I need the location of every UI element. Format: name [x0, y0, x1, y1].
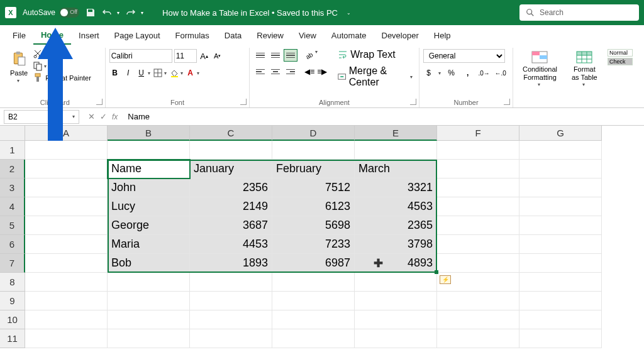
row-header-10[interactable]: 10 [0, 310, 25, 329]
row-header-1[interactable]: 1 [0, 141, 25, 160]
orientation-button[interactable]: ab [304, 49, 315, 62]
cell-E6[interactable]: 3798 [355, 235, 437, 254]
col-header-B[interactable]: B [108, 126, 190, 141]
cell-C5[interactable]: 3687 [190, 216, 272, 235]
cell-E5[interactable]: 2365 [355, 216, 437, 235]
cell-B11[interactable] [108, 329, 190, 348]
save-icon[interactable] [86, 8, 96, 18]
tab-data[interactable]: Data [217, 27, 249, 44]
cell-C7[interactable]: 1893 [190, 254, 272, 273]
spreadsheet-grid[interactable]: ABCDEFG 12NameJanuaryFebruaryMarch3John2… [0, 126, 644, 348]
cell-F5[interactable] [437, 216, 519, 235]
tab-developer[interactable]: Developer [374, 27, 426, 44]
cell-G3[interactable] [519, 178, 602, 197]
font-color-button[interactable]: A [185, 67, 196, 79]
cell-G2[interactable] [519, 160, 602, 178]
cell-E9[interactable] [355, 292, 437, 310]
cut-button[interactable]: Cut [33, 49, 91, 59]
cell-D10[interactable] [272, 310, 355, 329]
cell-G11[interactable] [519, 329, 602, 348]
row-header-11[interactable]: 11 [0, 329, 25, 348]
decrease-indent-icon[interactable]: ◀≡ [304, 65, 315, 78]
cell-style-normal[interactable]: Normal [608, 49, 633, 57]
cell-E1[interactable] [355, 141, 437, 160]
name-box[interactable]: B2 ▾ [4, 110, 79, 124]
fill-color-button[interactable] [169, 67, 180, 79]
redo-icon[interactable] [126, 8, 136, 18]
decrease-decimal-icon[interactable]: ←.0 [495, 67, 506, 79]
col-header-E[interactable]: E [355, 126, 437, 141]
percent-format-button[interactable]: % [446, 67, 457, 79]
cell-A2[interactable] [25, 160, 108, 178]
cell-F1[interactable] [437, 141, 519, 160]
bold-button[interactable]: B [109, 67, 121, 79]
increase-decimal-icon[interactable]: .0→ [479, 67, 490, 79]
copy-button[interactable]: ▾ [33, 61, 91, 71]
cell-G5[interactable] [519, 216, 602, 235]
cell-D9[interactable] [272, 292, 355, 310]
row-header-9[interactable]: 9 [0, 292, 25, 310]
number-format-select[interactable]: General [423, 49, 505, 63]
accept-formula-icon[interactable]: ✓ [100, 112, 107, 121]
cell-A5[interactable] [25, 216, 108, 235]
number-launcher-icon[interactable] [504, 99, 510, 105]
cell-G9[interactable] [519, 292, 602, 310]
font-name-select[interactable] [109, 49, 172, 63]
decrease-font-icon[interactable]: A▾ [212, 50, 223, 62]
cell-E10[interactable] [355, 310, 437, 329]
cell-G4[interactable] [519, 197, 602, 216]
cell-C6[interactable]: 4453 [190, 235, 272, 254]
select-all-corner[interactable] [0, 126, 25, 141]
cell-F4[interactable] [437, 197, 519, 216]
cell-E3[interactable]: 3321 [355, 178, 437, 197]
cell-B7[interactable]: Bob [108, 254, 190, 273]
col-header-C[interactable]: C [190, 126, 272, 141]
tab-view[interactable]: View [291, 27, 324, 44]
cell-D11[interactable] [272, 329, 355, 348]
cell-C10[interactable] [190, 310, 272, 329]
cell-E4[interactable]: 4563 [355, 197, 437, 216]
cell-F6[interactable] [437, 235, 519, 254]
clipboard-launcher-icon[interactable] [96, 99, 103, 105]
cell-A11[interactable] [25, 329, 108, 348]
merge-center-button[interactable]: Merge & Center ▾ [338, 65, 412, 88]
tab-home[interactable]: Home [33, 26, 71, 45]
cell-C4[interactable]: 2149 [190, 197, 272, 216]
cell-F9[interactable] [437, 292, 519, 310]
cell-D6[interactable]: 7233 [272, 235, 355, 254]
cell-E8[interactable] [355, 273, 437, 292]
cell-G1[interactable] [519, 141, 602, 160]
wrap-text-button[interactable]: Wrap Text [338, 49, 412, 60]
cell-C3[interactable]: 2356 [190, 178, 272, 197]
cell-D3[interactable]: 7512 [272, 178, 355, 197]
cell-B3[interactable]: John [108, 178, 190, 197]
cell-A3[interactable] [25, 178, 108, 197]
row-header-7[interactable]: 7 [0, 254, 25, 273]
cell-C1[interactable] [190, 141, 272, 160]
format-as-table-button[interactable]: Format as Table▾ [568, 49, 602, 89]
cell-B5[interactable]: George [108, 216, 190, 235]
col-header-A[interactable]: A [25, 126, 108, 141]
row-header-4[interactable]: 4 [0, 197, 25, 216]
cell-E11[interactable] [355, 329, 437, 348]
tab-automate[interactable]: Automate [324, 27, 374, 44]
cell-A10[interactable] [25, 310, 108, 329]
cell-C9[interactable] [190, 292, 272, 310]
autosave-toggle[interactable]: AutoSave Off [23, 8, 79, 18]
tab-review[interactable]: Review [249, 27, 291, 44]
row-header-6[interactable]: 6 [0, 235, 25, 254]
cell-G8[interactable] [519, 273, 602, 292]
row-header-3[interactable]: 3 [0, 178, 25, 197]
border-button[interactable] [152, 67, 164, 79]
col-header-F[interactable]: F [437, 126, 519, 141]
tab-file[interactable]: File [5, 27, 33, 44]
align-center-icon[interactable] [269, 65, 282, 78]
align-bottom-icon[interactable] [284, 49, 297, 62]
cell-B1[interactable] [108, 141, 190, 160]
cell-B6[interactable]: Maria [108, 235, 190, 254]
conditional-formatting-button[interactable]: Conditional Formatting▾ [517, 49, 562, 89]
col-header-G[interactable]: G [519, 126, 602, 141]
format-painter-button[interactable]: Format Painter [33, 73, 91, 83]
cell-A6[interactable] [25, 235, 108, 254]
cell-A8[interactable] [25, 273, 108, 292]
